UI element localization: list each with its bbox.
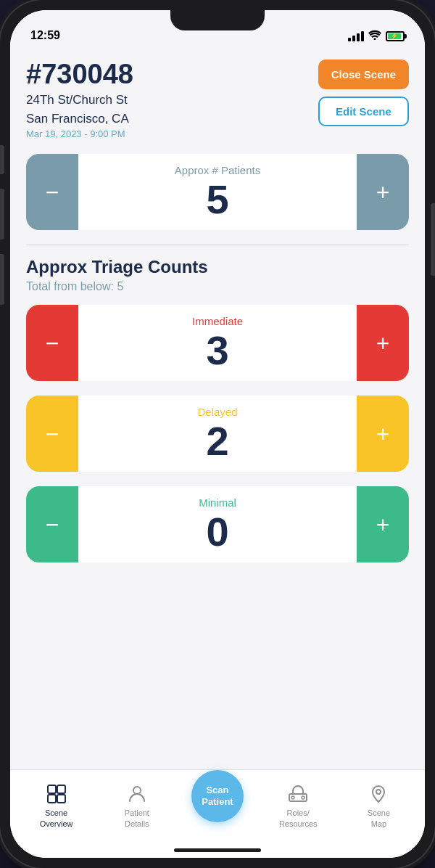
- minus-icon: −: [46, 513, 59, 536]
- tab-scene-map[interactable]: SceneMap: [339, 783, 419, 829]
- scene-overview-label: SceneOverview: [40, 808, 73, 829]
- plus-icon: +: [376, 513, 390, 536]
- phone-screen: 12:59 ⚡: [10, 10, 425, 858]
- home-indicator: [10, 842, 425, 858]
- divider: [26, 245, 409, 245]
- volume-mute-button[interactable]: [0, 145, 4, 174]
- minimal-value: 0: [206, 512, 228, 552]
- immediate-decrement-button[interactable]: −: [26, 305, 78, 381]
- patients-counter-center: Approx # Patients 5: [78, 154, 357, 230]
- volume-down-button[interactable]: [0, 254, 4, 305]
- patient-details-icon: [126, 783, 148, 805]
- minus-icon: −: [46, 332, 59, 355]
- status-icons: ⚡: [348, 30, 405, 42]
- tab-roles-resources[interactable]: Roles/Resources: [258, 783, 339, 829]
- delayed-value: 2: [206, 421, 228, 462]
- immediate-label: Immediate: [192, 315, 243, 327]
- battery-icon: ⚡: [386, 31, 405, 41]
- tab-patient-details[interactable]: PatientDetails: [96, 783, 177, 829]
- svg-point-8: [376, 790, 381, 794]
- patients-value: 5: [206, 179, 228, 220]
- triage-total: Total from below: 5: [26, 280, 409, 293]
- scene-map-label: SceneMap: [368, 808, 390, 829]
- edit-scene-button[interactable]: Edit Scene: [318, 97, 409, 126]
- notch: [170, 10, 265, 30]
- minimal-decrement-button[interactable]: −: [26, 486, 78, 562]
- minimal-increment-button[interactable]: +: [357, 486, 409, 562]
- svg-rect-2: [48, 795, 56, 803]
- patients-increment-button[interactable]: +: [357, 154, 409, 230]
- main-content: #730048 24Th St/Church St San Francisco,…: [10, 46, 425, 769]
- scene-address-line2: San Francisco, CA: [26, 110, 308, 128]
- scan-patient-label: ScanPatient: [202, 785, 233, 807]
- roles-resources-label: Roles/Resources: [279, 808, 318, 829]
- close-scene-button[interactable]: Close Scene: [318, 60, 409, 89]
- delayed-decrement-button[interactable]: −: [26, 396, 78, 472]
- delayed-label: Delayed: [197, 406, 237, 418]
- power-button[interactable]: [431, 203, 435, 276]
- volume-up-button[interactable]: [0, 189, 4, 239]
- immediate-card: − Immediate 3 +: [26, 305, 409, 381]
- minimal-counter-center: Minimal 0: [78, 486, 357, 562]
- patient-details-label: PatientDetails: [125, 808, 149, 829]
- svg-rect-1: [57, 785, 65, 793]
- scan-patient-fab[interactable]: ScanPatient: [191, 770, 244, 822]
- plus-icon: +: [376, 181, 390, 204]
- scene-overview-icon: [46, 783, 67, 805]
- minus-icon: −: [46, 422, 59, 446]
- approx-patients-card: − Approx # Patients 5 +: [26, 154, 409, 230]
- immediate-increment-button[interactable]: +: [357, 305, 409, 381]
- tab-scan-patient[interactable]: ScanPatient: [177, 790, 257, 822]
- minimal-label: Minimal: [199, 496, 236, 509]
- svg-point-4: [133, 787, 141, 794]
- tab-scene-overview[interactable]: SceneOverview: [16, 783, 96, 829]
- signal-icon: [348, 31, 364, 41]
- triage-title: Approx Triage Counts: [26, 257, 409, 277]
- svg-rect-3: [57, 795, 65, 803]
- svg-point-6: [291, 796, 294, 799]
- header-buttons: Close Scene Edit Scene: [318, 60, 409, 126]
- delayed-increment-button[interactable]: +: [357, 396, 409, 472]
- header-section: #730048 24Th St/Church St San Francisco,…: [26, 60, 409, 139]
- scene-map-icon: [368, 783, 389, 805]
- phone-frame: 12:59 ⚡: [0, 0, 435, 868]
- patients-decrement-button[interactable]: −: [26, 154, 78, 230]
- plus-icon: +: [376, 422, 390, 446]
- minus-icon: −: [46, 181, 59, 204]
- triage-section: Approx Triage Counts Total from below: 5…: [26, 257, 409, 562]
- immediate-value: 3: [206, 330, 228, 371]
- plus-icon: +: [376, 332, 390, 355]
- patients-label: Approx # Patients: [175, 164, 260, 176]
- tab-bar: SceneOverview PatientDetails ScanPatient: [10, 769, 425, 842]
- minimal-card: − Minimal 0 +: [26, 486, 409, 562]
- roles-resources-icon: [287, 783, 309, 805]
- scene-date: Mar 19, 2023 - 9:00 PM: [26, 128, 308, 139]
- scene-number: #730048: [26, 60, 308, 90]
- svg-point-7: [302, 796, 304, 799]
- status-time: 12:59: [30, 29, 60, 42]
- wifi-icon: [368, 30, 381, 42]
- immediate-counter-center: Immediate 3: [78, 305, 357, 381]
- scene-address-line1: 24Th St/Church St: [26, 91, 308, 109]
- delayed-card: − Delayed 2 +: [26, 396, 409, 472]
- svg-rect-0: [48, 785, 56, 793]
- home-bar: [174, 848, 261, 852]
- delayed-counter-center: Delayed 2: [78, 396, 357, 472]
- scene-info: #730048 24Th St/Church St San Francisco,…: [26, 60, 308, 139]
